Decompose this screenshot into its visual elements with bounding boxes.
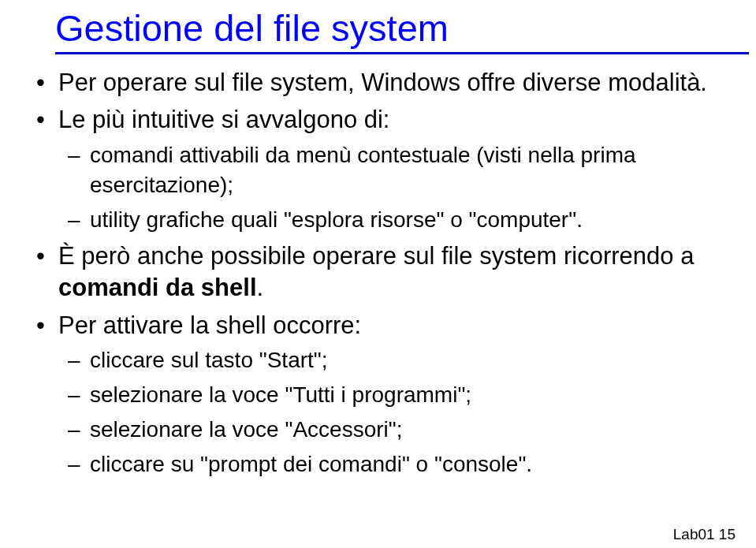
bullet-item: Per operare sul file system, Windows off…: [32, 67, 724, 99]
bullet-item: Le più intuitive si avvalgono di: comand…: [32, 104, 724, 234]
bullet-text-bold: comandi da shell: [58, 274, 257, 301]
sub-bullet-list: cliccare sul tasto "Start"; selezionare …: [58, 345, 724, 479]
sub-bullet-item: utility grafiche quali "esplora risorse"…: [58, 205, 724, 235]
sub-bullet-text: cliccare su "prompt dei comandi" o "cons…: [90, 452, 532, 476]
sub-bullet-item: comandi attivabili da menù contestuale (…: [58, 140, 724, 200]
slide-footer: Lab01 15: [673, 526, 736, 543]
bullet-item: Per attivare la shell occorre: cliccare …: [32, 310, 724, 479]
sub-bullet-list: comandi attivabili da menù contestuale (…: [58, 140, 724, 234]
sub-bullet-text: selezionare la voce "Tutti i programmi";: [90, 382, 471, 407]
sub-bullet-item: cliccare su "prompt dei comandi" o "cons…: [58, 449, 724, 479]
bullet-text: Per attivare la shell occorre:: [58, 311, 361, 339]
sub-bullet-item: cliccare sul tasto "Start";: [58, 345, 724, 375]
sub-bullet-text: selezionare la voce "Accessori";: [90, 417, 403, 442]
slide: Gestione del file system Per operare sul…: [0, 0, 756, 548]
sub-bullet-text: comandi attivabili da menù contestuale (…: [90, 143, 636, 197]
slide-title: Gestione del file system: [55, 8, 724, 49]
bullet-list: Per operare sul file system, Windows off…: [32, 67, 724, 479]
sub-bullet-item: selezionare la voce "Tutti i programmi";: [58, 380, 724, 410]
bullet-text-pre: È però anche possibile operare sul file …: [58, 242, 694, 270]
sub-bullet-text: utility grafiche quali "esplora risorse"…: [90, 207, 583, 232]
bullet-text: Per operare sul file system, Windows off…: [58, 69, 707, 96]
sub-bullet-text: cliccare sul tasto "Start";: [90, 348, 328, 372]
bullet-item: È però anche possibile operare sul file …: [32, 240, 724, 303]
title-underline: [55, 52, 749, 54]
bullet-text-post: .: [257, 274, 264, 301]
bullet-text: Le più intuitive si avvalgono di:: [58, 106, 389, 133]
sub-bullet-item: selezionare la voce "Accessori";: [58, 415, 724, 445]
